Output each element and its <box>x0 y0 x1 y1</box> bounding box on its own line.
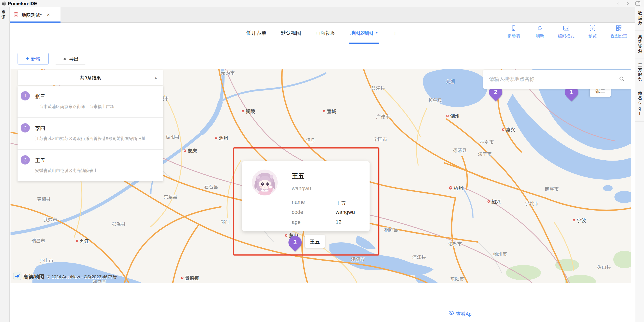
sidebar-item-named-sql[interactable]: 命名Sql <box>635 87 644 122</box>
view-api-link[interactable]: 查看Api <box>448 310 472 317</box>
right-rail: 数据源 离线资源 三方服务 命名Sql <box>635 7 644 322</box>
save-icon[interactable] <box>635 1 640 6</box>
map-label: 枞阳县 <box>166 133 180 140</box>
map-label: 武穴市 <box>44 216 57 223</box>
popup-subtitle: wangwu <box>292 185 311 191</box>
map-label: 石台县 <box>204 183 218 190</box>
view-actions: 移动端 刷新 编码模式 预览 视图设置 <box>505 25 627 39</box>
preview-eye-icon <box>590 25 596 31</box>
map-label: 宁波 <box>573 217 586 223</box>
list-item-wangwu[interactable]: 3 王五 安徽省黄山市屯溪区屯光镇麻雀山 <box>18 150 163 181</box>
amap-brand: 高德地图 <box>23 273 44 280</box>
city-dot-icon <box>242 110 244 112</box>
map-label: 象山县 <box>597 263 611 270</box>
preview-button[interactable]: 预览 <box>584 25 601 39</box>
map-label: 诸暨市 <box>448 240 462 247</box>
results-list: 1 张三 上海市黄浦区南京东路街道上海来福士广场 2 李四 江苏省苏州市姑苏区沧… <box>18 86 163 181</box>
sidebar-item-third-party-services[interactable]: 三方服务 <box>635 59 644 87</box>
result-name: 王五 <box>35 156 45 164</box>
download-icon <box>63 56 67 61</box>
index-badge: 3 <box>20 155 30 165</box>
view-settings-button[interactable]: 视图设置 <box>610 25 627 39</box>
map-attribution: 高德地图 © 2024 AutoNavi - GS(2023)4677号 <box>13 272 117 281</box>
code-mode-button[interactable]: 编码模式 <box>558 25 574 39</box>
sidebar-item-datasource[interactable]: 数据源 <box>635 7 644 31</box>
refresh-icon <box>537 25 543 31</box>
map-label: 嵊州市 <box>493 250 507 257</box>
city-dot-icon <box>323 110 325 112</box>
search-button[interactable] <box>612 70 631 89</box>
result-name: 张三 <box>35 92 45 100</box>
result-address: 江苏省苏州市姑苏区沧浪街道西善长巷5号司前街看守所旧址 <box>35 135 157 143</box>
tab-label: 地图测试* <box>22 12 42 18</box>
map-label: 余姚市 <box>525 200 538 206</box>
view-tab-default-view[interactable]: 默认视图 <box>280 23 302 44</box>
collapse-arrow-icon[interactable]: ▲ <box>154 76 158 79</box>
popup-field-name: name王五 <box>292 199 364 207</box>
document-tabstrip: 地图测试* ✕ <box>10 7 635 23</box>
result-address: 上海市黄浦区南京东路街道上海来福士广场 <box>35 103 157 111</box>
map-label: 庐山市 <box>40 257 53 263</box>
sidebar-item-resources[interactable]: 资源 <box>0 10 10 20</box>
add-button[interactable]: + 新增 <box>18 53 49 65</box>
map-label: 杭州 <box>449 184 463 191</box>
map-label: 东至县 <box>164 193 177 200</box>
list-item-zhangsan[interactable]: 1 张三 上海市黄浦区南京东路街道上海来福士广场 <box>18 86 163 118</box>
search-input[interactable] <box>483 76 612 82</box>
refresh-button[interactable]: 刷新 <box>532 25 548 39</box>
search-icon <box>619 76 625 83</box>
map-label: 九江 <box>76 237 89 244</box>
city-dot-icon <box>184 149 186 152</box>
avatar <box>252 170 278 195</box>
amap-copyright: © 2024 AutoNavi - GS(2023)4677号 <box>47 273 117 280</box>
view-tab-map2-view[interactable]: 地图2视图 ▼ <box>349 23 379 44</box>
history-back-icon[interactable] <box>616 1 620 6</box>
left-rail: 资源 <box>0 7 10 322</box>
export-button[interactable]: 导出 <box>55 53 86 65</box>
index-badge: 2 <box>20 123 30 133</box>
tab-close-icon[interactable]: ✕ <box>46 12 50 18</box>
map-label: 瑞昌市 <box>31 237 45 244</box>
results-header[interactable]: 共3条结果 ▲ <box>18 70 163 85</box>
add-view-button[interactable]: + <box>392 23 398 44</box>
map-label: 太湖 <box>446 78 455 85</box>
chevron-down-icon[interactable]: ▼ <box>375 31 378 35</box>
map-label: 铜陵 <box>242 108 255 114</box>
view-bar: 低开表单 默认视图 画廊视图 地图2视图 ▼ + 移动端 刷新 编码模式 预览 … <box>10 23 635 44</box>
view-tabs: 低开表单 默认视图 画廊视图 地图2视图 ▼ + <box>245 23 398 44</box>
sidebar-item-offline-resources[interactable]: 离线资源 <box>635 31 644 59</box>
map-label: 景德镇 <box>181 274 199 281</box>
map-label: 德清县 <box>453 147 467 153</box>
titlebar: Primeton-IDE <box>0 0 644 7</box>
result-name: 李四 <box>35 124 45 132</box>
city-dot-icon <box>181 277 184 279</box>
map-label: 东阳市 <box>450 275 464 282</box>
city-dot-icon <box>76 240 78 242</box>
city-dot-icon <box>573 219 575 221</box>
eye-icon <box>448 310 454 316</box>
city-dot-icon <box>215 137 217 139</box>
view-tab-gallery-view[interactable]: 画廊视图 <box>314 23 336 44</box>
result-address: 安徽省黄山市屯溪区屯光镇麻雀山 <box>35 167 157 175</box>
map-label: 无为市 <box>221 69 235 76</box>
history-forward-icon[interactable] <box>626 1 630 6</box>
city-dot-icon <box>488 200 490 203</box>
view-tab-low-code-form[interactable]: 低开表单 <box>245 23 267 44</box>
map-label: 慈溪市 <box>545 185 559 192</box>
mobile-button[interactable]: 移动端 <box>505 25 522 39</box>
list-item-lisi[interactable]: 2 李四 江苏省苏州市姑苏区沧浪街道西善长巷5号司前街看守所旧址 <box>18 118 163 150</box>
tab-map-test[interactable]: 地图测试* ✕ <box>10 7 60 23</box>
map-label: 郎溪县 <box>371 85 385 91</box>
map-label: 嘉兴 <box>502 126 515 133</box>
plus-icon: + <box>26 56 29 61</box>
map-search-box <box>483 70 631 89</box>
map-label: 宣城 <box>323 108 336 114</box>
map-label: 海宁市 <box>478 150 492 157</box>
grid-settings-icon <box>616 25 622 31</box>
city-dot-icon <box>446 115 449 117</box>
results-panel: 共3条结果 ▲ 1 张三 上海市黄浦区南京东路街道上海来福士广场 2 李四 江苏… <box>18 70 163 181</box>
map-label: 桐乡市 <box>480 138 494 145</box>
map-label: 湖州 <box>446 113 460 119</box>
map-label: 浦江县 <box>412 253 426 260</box>
app-title: Primeton-IDE <box>8 1 37 6</box>
